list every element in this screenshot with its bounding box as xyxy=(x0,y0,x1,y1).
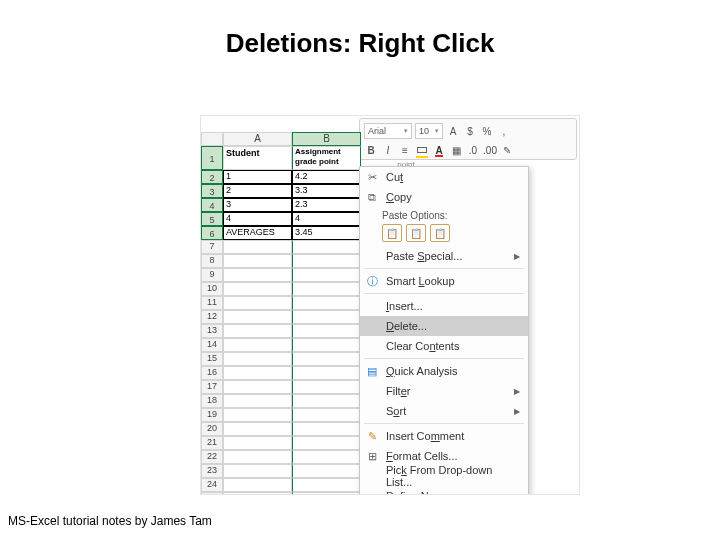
align-icon[interactable]: ≡ xyxy=(398,143,412,157)
comma-style-icon[interactable]: , xyxy=(497,124,511,138)
font-color-icon[interactable]: A xyxy=(432,143,446,157)
cell[interactable]: 3.3 xyxy=(292,184,361,198)
cell[interactable]: 4 xyxy=(223,212,292,226)
row-header[interactable]: 7 xyxy=(201,240,223,254)
cell[interactable] xyxy=(223,422,292,436)
cell[interactable] xyxy=(292,394,361,408)
row-header[interactable]: 13 xyxy=(201,324,223,338)
cell[interactable] xyxy=(292,380,361,394)
row-header[interactable]: 10 xyxy=(201,282,223,296)
row-header[interactable]: 25 xyxy=(201,492,223,495)
cell[interactable] xyxy=(292,492,361,495)
row-header[interactable]: 12 xyxy=(201,310,223,324)
cell[interactable] xyxy=(292,240,361,254)
cell[interactable] xyxy=(223,324,292,338)
cell[interactable] xyxy=(223,338,292,352)
cell[interactable] xyxy=(223,436,292,450)
row-header[interactable]: 21 xyxy=(201,436,223,450)
cell[interactable] xyxy=(292,352,361,366)
cell[interactable] xyxy=(223,366,292,380)
format-painter-icon[interactable]: ✎ xyxy=(500,143,514,157)
row-header[interactable]: 11 xyxy=(201,296,223,310)
cell[interactable] xyxy=(292,450,361,464)
cell[interactable]: AVERAGES xyxy=(223,226,292,240)
row-header[interactable]: 18 xyxy=(201,394,223,408)
cell[interactable] xyxy=(292,478,361,492)
menu-clear-contents[interactable]: Clear Contents xyxy=(360,336,528,356)
font-name-select[interactable]: Arial ▾ xyxy=(364,123,412,139)
menu-paste-special[interactable]: Paste Special... ▶ xyxy=(360,246,528,266)
percent-icon[interactable]: % xyxy=(480,124,494,138)
row-header[interactable]: 2 xyxy=(201,170,223,184)
cell[interactable] xyxy=(223,296,292,310)
menu-insert-comment[interactable]: ✎ Insert Comment xyxy=(360,426,528,446)
row-header[interactable]: 9 xyxy=(201,268,223,282)
paste-option-formulas[interactable]: 📋 xyxy=(430,224,450,242)
menu-cut[interactable]: ✂ Cut xyxy=(360,167,528,187)
cell[interactable] xyxy=(223,310,292,324)
row-header[interactable]: 5 xyxy=(201,212,223,226)
increase-decimal-icon[interactable]: .00 xyxy=(483,143,497,157)
bold-button[interactable]: B xyxy=(364,143,378,157)
col-a-header-cell[interactable]: Student xyxy=(223,146,292,170)
menu-format-cells[interactable]: ⊞ Format Cells... xyxy=(360,446,528,466)
row-header[interactable]: 24 xyxy=(201,478,223,492)
cell[interactable] xyxy=(223,352,292,366)
cell[interactable]: 3 xyxy=(223,198,292,212)
cell[interactable] xyxy=(292,436,361,450)
menu-filter[interactable]: Filter ▶ xyxy=(360,381,528,401)
cell[interactable] xyxy=(292,282,361,296)
increase-font-icon[interactable]: A xyxy=(446,124,460,138)
row-header[interactable]: 1 xyxy=(201,146,223,170)
row-header[interactable]: 14 xyxy=(201,338,223,352)
row-header[interactable]: 8 xyxy=(201,254,223,268)
cell[interactable] xyxy=(223,492,292,495)
menu-smart-lookup[interactable]: ⓘ Smart Lookup xyxy=(360,271,528,291)
row-header[interactable]: 3 xyxy=(201,184,223,198)
cell[interactable] xyxy=(292,268,361,282)
italic-button[interactable]: I xyxy=(381,143,395,157)
row-header[interactable]: 16 xyxy=(201,366,223,380)
cell[interactable] xyxy=(223,380,292,394)
menu-sort[interactable]: Sort ▶ xyxy=(360,401,528,421)
row-header[interactable]: 19 xyxy=(201,408,223,422)
menu-copy[interactable]: ⧉ Copy xyxy=(360,187,528,207)
row-header[interactable]: 23 xyxy=(201,464,223,478)
row-header[interactable]: 20 xyxy=(201,422,223,436)
cell[interactable]: 4.2 xyxy=(292,170,361,184)
cell[interactable] xyxy=(292,464,361,478)
cell[interactable] xyxy=(223,240,292,254)
cell[interactable] xyxy=(292,338,361,352)
menu-quick-analysis[interactable]: ▤ Quick Analysis xyxy=(360,361,528,381)
col-header-a[interactable]: A xyxy=(223,132,292,146)
cell[interactable] xyxy=(223,394,292,408)
borders-icon[interactable]: ▦ xyxy=(449,143,463,157)
cell[interactable] xyxy=(292,422,361,436)
cell[interactable] xyxy=(292,296,361,310)
fill-color-icon[interactable] xyxy=(415,143,429,157)
cell[interactable]: 3.45 xyxy=(292,226,361,240)
cell[interactable] xyxy=(223,282,292,296)
select-all-corner[interactable] xyxy=(201,132,223,146)
menu-insert[interactable]: Insert... xyxy=(360,296,528,316)
menu-pick-from-list[interactable]: Pick From Drop-down List... xyxy=(360,466,528,486)
cell[interactable] xyxy=(292,310,361,324)
cell[interactable]: 2 xyxy=(223,184,292,198)
cell[interactable] xyxy=(223,464,292,478)
row-header[interactable]: 6 xyxy=(201,226,223,240)
cell[interactable]: 4 xyxy=(292,212,361,226)
paste-option-values[interactable]: 📋 xyxy=(406,224,426,242)
font-size-select[interactable]: 10 ▾ xyxy=(415,123,443,139)
decrease-decimal-icon[interactable]: .0 xyxy=(466,143,480,157)
cell[interactable] xyxy=(223,408,292,422)
currency-icon[interactable]: $ xyxy=(463,124,477,138)
row-header[interactable]: 4 xyxy=(201,198,223,212)
row-header[interactable]: 17 xyxy=(201,380,223,394)
row-header[interactable]: 22 xyxy=(201,450,223,464)
paste-option-all[interactable]: 📋 xyxy=(382,224,402,242)
cell[interactable] xyxy=(292,254,361,268)
cell[interactable] xyxy=(223,268,292,282)
cell[interactable] xyxy=(292,366,361,380)
cell[interactable] xyxy=(292,408,361,422)
cell[interactable] xyxy=(292,324,361,338)
